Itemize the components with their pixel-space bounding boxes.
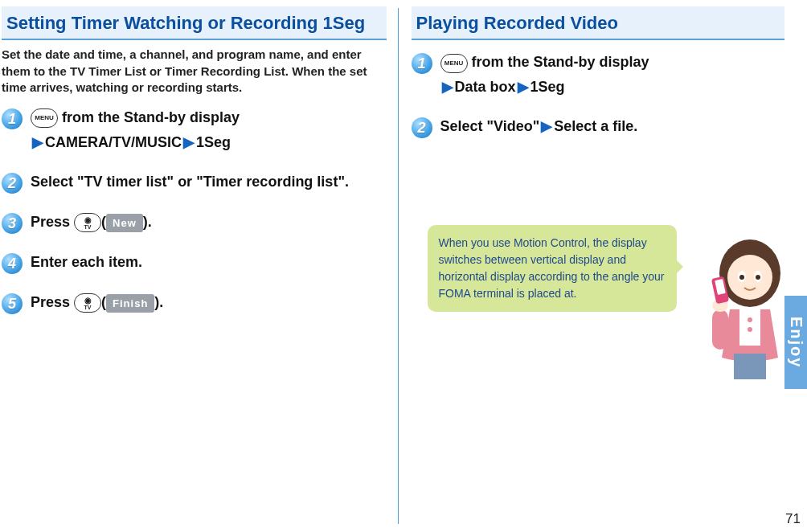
left-column: Setting Timer Watching or Recording 1Seg… xyxy=(0,0,398,532)
svg-point-4 xyxy=(739,275,744,280)
svg-point-1 xyxy=(727,255,772,300)
menu-icon: MENU xyxy=(440,54,468,73)
menu-icon: MENU xyxy=(31,108,58,128)
page-container: Setting Timer Watching or Recording 1Seg… xyxy=(0,0,807,532)
section-heading-left: Setting Timer Watching or Recording 1Seg xyxy=(2,6,387,40)
step-1-left: 1 MENU from the Stand-by display ▶CAMERA… xyxy=(2,107,387,153)
step-number: 4 xyxy=(2,253,23,274)
softkey-finish: Finish xyxy=(106,294,154,313)
arrow-icon: ▶ xyxy=(182,134,196,150)
step-2-left: 2 Select "TV timer list" or "Timer recor… xyxy=(2,171,387,194)
svg-rect-10 xyxy=(712,309,728,350)
step-number: 5 xyxy=(2,293,23,314)
step-subline: ▶CAMERA/TV/MUSIC▶1Seg xyxy=(31,132,387,153)
right-column: Playing Recorded Video 1 MENU from the S… xyxy=(399,0,808,532)
step-body: Press ◉TV (Finish). xyxy=(31,292,387,313)
step-number: 1 xyxy=(412,53,432,74)
camera-tv-icon: ◉TV xyxy=(74,293,101,313)
side-tab-enjoy: Enjoy xyxy=(784,296,807,389)
softkey-new: New xyxy=(106,214,143,233)
step-body: Enter each item. xyxy=(31,252,387,273)
step-text: from the Stand-by display xyxy=(58,109,240,125)
svg-point-8 xyxy=(748,327,752,332)
step-body: Select "TV timer list" or "Timer recordi… xyxy=(31,171,387,193)
svg-point-5 xyxy=(756,275,760,280)
arrow-icon: ▶ xyxy=(516,79,530,95)
page-number: 71 xyxy=(785,511,801,527)
step-body: Select "Video"▶Select a file. xyxy=(440,116,797,137)
step-body: Press ◉TV (New). xyxy=(31,211,387,233)
svg-point-7 xyxy=(748,317,752,322)
step-number: 1 xyxy=(2,108,23,129)
step-2-right: 2 Select "Video"▶Select a file. xyxy=(412,116,797,138)
tip-callout: When you use Motion Control, the display… xyxy=(428,225,677,312)
step-body: MENU from the Stand-by display ▶CAMERA/T… xyxy=(31,107,387,153)
svg-rect-9 xyxy=(734,354,766,379)
camera-tv-icon: ◉TV xyxy=(74,213,101,232)
arrow-icon: ▶ xyxy=(31,134,45,150)
step-body: MENU from the Stand-by display ▶Data box… xyxy=(440,51,797,98)
step-number: 3 xyxy=(2,213,23,234)
section-heading-right: Playing Recorded Video xyxy=(412,6,797,40)
step-number: 2 xyxy=(2,173,23,194)
step-number: 2 xyxy=(412,117,432,138)
step-3-left: 3 Press ◉TV (New). xyxy=(2,211,387,234)
step-subline: ▶Data box▶1Seg xyxy=(440,76,797,98)
arrow-icon: ▶ xyxy=(440,79,455,95)
step-text: from the Stand-by display xyxy=(468,54,649,70)
step-1-right: 1 MENU from the Stand-by display ▶Data b… xyxy=(412,51,797,98)
step-5-left: 5 Press ◉TV (Finish). xyxy=(2,292,387,314)
intro-text: Set the date and time, a channel, and pr… xyxy=(2,47,387,96)
arrow-icon: ▶ xyxy=(539,118,554,134)
step-4-left: 4 Enter each item. xyxy=(2,252,387,274)
sidebar: Enjoy xyxy=(784,0,807,532)
